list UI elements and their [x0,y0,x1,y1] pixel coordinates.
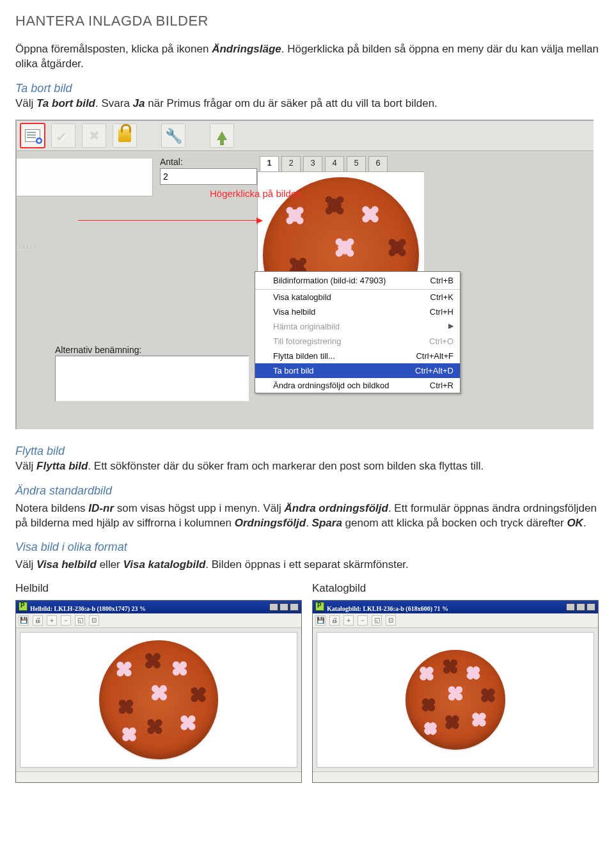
alt-label: Alternativ benämning: [55,344,141,356]
viewport[interactable] [317,632,594,768]
left-field-box [17,159,153,196]
annotation-arrow [78,220,262,221]
up-button[interactable] [210,123,234,148]
tab-4[interactable]: 4 [325,156,344,173]
section-ta-bort: Ta bort bild Välj Ta bort bild. Svara Ja… [15,81,599,111]
window-katalogbild: Katalogbild: LKLH-236:a-b (618x600) 71 %… [312,600,599,783]
zoom-100-icon[interactable]: ⊡ [89,615,99,626]
antal-label: Antal: [160,157,183,167]
wrench-icon: 🔧 [165,127,182,146]
caption-katalogbild: Katalogbild [312,581,599,596]
tools-button[interactable]: 🔧 [161,123,185,148]
save-icon[interactable]: 💾 [315,615,326,626]
arrow-up-icon [217,131,227,140]
zoom-in-icon[interactable]: ＋ [47,615,57,626]
annotation-text: Högerklicka på bilden [210,188,301,199]
zoom-out-icon[interactable]: － [61,615,71,626]
window-buttons[interactable] [269,603,299,611]
tab-5[interactable]: 5 [347,156,366,173]
edit-mode-button[interactable] [20,123,45,148]
alt-input[interactable] [55,356,249,401]
toolbar: 🔧 [17,121,594,151]
caption-helbild: Helbild [15,581,302,596]
menu-andra-ordning[interactable]: Ändra ordningsföljd och bildkodCtrl+R [255,378,460,393]
zoom-in-icon[interactable]: ＋ [343,615,354,626]
app-icon [19,602,28,611]
antal-field: Antal: [160,156,257,185]
window-buttons[interactable] [566,603,595,611]
confirm-button[interactable] [51,123,75,148]
zoom-fit-icon[interactable]: ◱ [75,615,85,626]
print-icon[interactable]: 🖨 [33,615,43,626]
page-title: HANTERA INLAGDA BILDER [15,12,599,31]
section-andra-title: Ändra standardbild [15,483,599,498]
screenshot-context-menu: 🔧 : : : : : Antal: 1 2 3 4 5 6 [15,120,594,429]
app-icon [315,602,324,611]
chevron-right-icon: ▶ [448,322,453,331]
menu-visa-helbild[interactable]: Visa helbildCtrl+H [255,304,460,319]
section-visa-body: Välj Visa helbild eller Visa katalogbild… [15,558,599,572]
lock-button[interactable] [113,123,137,148]
window-helbild: Helbild: LKLH-236:a-b (1800x1747) 23 % 💾… [15,600,302,783]
context-menu: Bildinformation (bild-id: 47903)Ctrl+B V… [255,271,460,393]
cancel-button[interactable] [82,123,106,148]
viewport[interactable] [20,632,297,768]
window-title: Katalogbild: LKLH-236:a-b (618x600) 71 % [327,605,448,612]
x-icon [86,128,102,143]
section-visa-title: Visa bild i olika format [15,539,599,555]
window-toolbar: 💾 🖨 ＋ － ◱ ⊡ [16,613,301,628]
tab-2[interactable]: 2 [281,156,301,173]
menu-visa-katalogbild[interactable]: Visa katalogbildCtrl+K [255,290,460,304]
status-bar [16,771,301,782]
form-icon [25,129,40,142]
section-title: Flytta bild [15,445,65,457]
menu-flytta-bild[interactable]: Flytta bilden till...Ctrl+Alt+F [255,349,460,363]
antal-input[interactable] [160,168,257,185]
section-title: Ta bort bild [15,82,72,95]
zoom-fit-icon[interactable]: ◱ [372,615,382,626]
menu-bild-info[interactable]: Bildinformation (bild-id: 47903)Ctrl+B [255,272,460,290]
image-tabs: 1 2 3 4 5 6 [260,156,388,173]
section-andra-body: Notera bildens ID-nr som visas högst upp… [15,501,599,531]
drag-handle[interactable]: : : : : : [19,238,50,247]
save-icon[interactable]: 💾 [19,615,29,626]
zoom-100-icon[interactable]: ⊡ [386,615,396,626]
tab-6[interactable]: 6 [368,156,388,173]
intro-paragraph: Öppna föremålsposten, klicka på ikonen Ä… [15,42,599,72]
window-title: Helbild: LKLH-236:a-b (1800x1747) 23 % [30,605,146,612]
menu-hamta-original: Hämta originalbild▶ [255,319,460,334]
check-icon [56,128,71,143]
tab-3[interactable]: 3 [303,156,322,173]
tab-1[interactable]: 1 [260,156,279,173]
zoom-out-icon[interactable]: － [358,615,368,626]
window-toolbar: 💾 🖨 ＋ － ◱ ⊡ [313,613,598,628]
menu-ta-bort-bild[interactable]: Ta bort bildCtrl+Alt+D [255,363,460,378]
section-flytta: Flytta bild Välj Flytta bild. Ett sökfön… [15,443,599,474]
print-icon[interactable]: 🖨 [329,615,340,626]
titlebar[interactable]: Helbild: LKLH-236:a-b (1800x1747) 23 % [16,601,301,613]
status-bar [313,771,598,782]
menu-till-fotoreg: Till fotoregistreringCtrl+O [255,334,460,349]
titlebar[interactable]: Katalogbild: LKLH-236:a-b (618x600) 71 % [313,601,598,613]
lock-icon [118,129,131,142]
